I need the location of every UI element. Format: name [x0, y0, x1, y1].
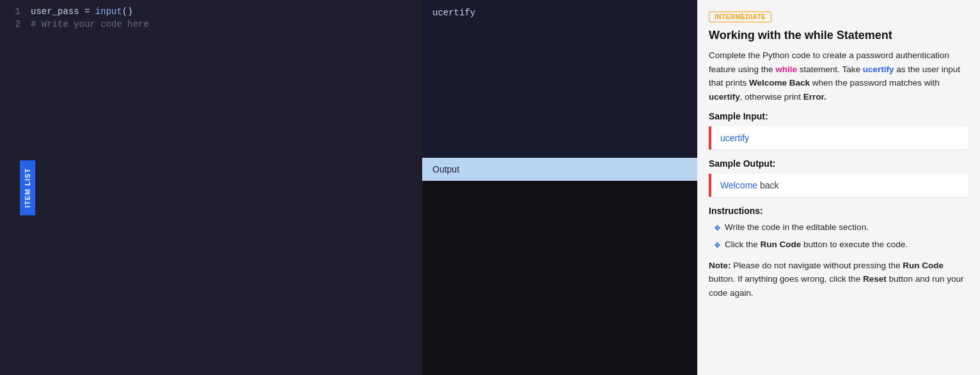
- code-area[interactable]: 1 user_pass = input() 2 # Write your cod…: [0, 0, 422, 375]
- bullet-2: ❖: [714, 240, 721, 251]
- instruction-title: Working with the while Statement: [709, 29, 968, 42]
- output-body: [422, 181, 697, 375]
- code-line-2-content: # Write your code here: [31, 19, 149, 29]
- note-section: Note: Please do not navigate without pre…: [709, 259, 968, 300]
- sample-output-box: Welcome back: [709, 174, 968, 197]
- note-label: Note:: [709, 261, 731, 270]
- sample-input-box: ucertify: [709, 126, 968, 149]
- error-highlight: Error.: [803, 92, 826, 102]
- welcome-back-highlight: Welcome Back: [749, 78, 810, 88]
- instruction-item-2: ❖ Click the Run Code button to execute t…: [714, 238, 968, 251]
- difficulty-badge: INTERMEDIATE: [709, 11, 771, 22]
- item-list-tab[interactable]: ITEM LIST: [20, 160, 35, 215]
- line-number-1: 1: [8, 6, 20, 17]
- while-highlight: while: [775, 65, 797, 74]
- editor-panel: 1 user_pass = input() 2 # Write your cod…: [0, 0, 422, 375]
- instruction-item-1: ❖ Write the code in the editable section…: [714, 221, 968, 234]
- sample-output-label: Sample Output:: [709, 158, 968, 169]
- terminal-panel: ucertify Output: [422, 0, 697, 375]
- instruction-text-2: Click the Run Code button to execute the…: [725, 238, 908, 251]
- line-number-2: 2: [8, 19, 20, 29]
- instruction-description: Complete the Python code to create a pas…: [709, 49, 968, 103]
- instruction-text-1: Write the code in the editable section.: [725, 221, 869, 234]
- instruction-panel: INTERMEDIATE Working with the while Stat…: [697, 0, 980, 375]
- sample-output-back: back: [757, 180, 778, 190]
- terminal-prompt: ucertify: [422, 0, 697, 158]
- output-header: Output: [422, 158, 697, 181]
- ucertify-highlight-1: ucertify: [863, 65, 894, 74]
- code-line-2: 2 # Write your code here: [0, 18, 422, 31]
- bullet-1: ❖: [714, 222, 721, 234]
- sample-output-welcome: Welcome: [720, 180, 757, 190]
- instructions-list: ❖ Write the code in the editable section…: [714, 221, 968, 251]
- note-text: Please do not navigate without pressing …: [709, 261, 964, 298]
- terminal-prompt-text: ucertify: [432, 8, 475, 18]
- code-line-1-content: user_pass = input(): [31, 6, 133, 17]
- output-section: Output: [422, 158, 697, 375]
- instructions-label: Instructions:: [709, 206, 968, 216]
- sample-input-value: ucertify: [720, 133, 749, 143]
- ucertify-highlight-2: ucertify: [709, 92, 740, 102]
- code-line-1: 1 user_pass = input(): [0, 5, 422, 18]
- sample-input-label: Sample Input:: [709, 111, 968, 121]
